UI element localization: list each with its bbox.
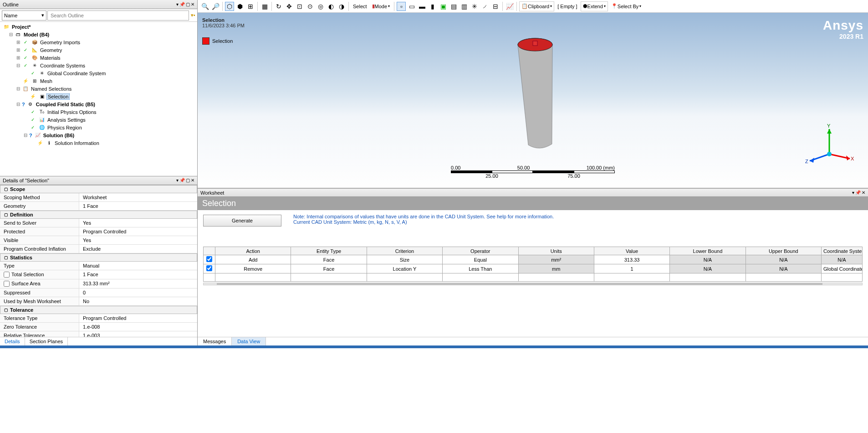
zoom-in-icon[interactable]: 🔍	[200, 2, 209, 11]
mode-dropdown[interactable]: ▮Mode▾	[370, 1, 392, 11]
shaded-icon[interactable]: ⬡	[225, 2, 234, 11]
tree-coord[interactable]: Coordinate Systems	[39, 63, 86, 68]
collapse-icon[interactable]: ⊟	[8, 32, 14, 37]
col-entity[interactable]: Entity Type	[291, 247, 367, 255]
window-icon[interactable]: ▢	[186, 2, 190, 7]
tree-sol-info[interactable]: Solution Information	[54, 140, 100, 146]
tree-solution[interactable]: Solution (B6)	[42, 133, 75, 138]
fit-icon[interactable]: ⊙	[306, 2, 315, 11]
dropdown-icon[interactable]: ▾	[176, 178, 179, 183]
expand-icon[interactable]: ⊞	[15, 55, 21, 60]
pin-icon[interactable]: 📌	[179, 2, 185, 7]
extend-dropdown[interactable]: ⬢Extend▾	[581, 1, 608, 11]
row-checkbox[interactable]	[206, 265, 212, 271]
sel-tree-icon[interactable]: ⊟	[491, 2, 500, 11]
pin-icon[interactable]: 📌	[179, 178, 185, 183]
collapse-icon[interactable]: ⊟	[23, 133, 28, 138]
suppressed-value[interactable]: 0	[79, 289, 197, 297]
prev-view-icon[interactable]: ◐	[327, 2, 336, 11]
tree-materials[interactable]: Materials	[39, 55, 61, 61]
collapse-icon[interactable]: ⊟	[15, 86, 21, 91]
col-lower[interactable]: Lower Bound	[670, 247, 745, 255]
zoom-out-icon[interactable]: 🔎	[211, 2, 220, 11]
col-coord[interactable]: Coordinate System	[822, 247, 863, 255]
section-definition[interactable]: Definition	[0, 211, 197, 219]
section-statistics[interactable]: Statistics	[0, 253, 197, 262]
col-upper[interactable]: Upper Bound	[745, 247, 821, 255]
pan-icon[interactable]: ✥	[285, 2, 294, 11]
pin-icon[interactable]: 📌	[855, 190, 861, 195]
select-button[interactable]: Select	[351, 1, 369, 11]
col-value[interactable]: Value	[594, 247, 669, 255]
sel-path-icon[interactable]: ⟋	[480, 2, 490, 11]
sel-coord-icon[interactable]: ✳	[470, 2, 479, 11]
close-icon[interactable]: ✕	[862, 190, 865, 195]
horizontal-scrollbar[interactable]	[203, 283, 863, 285]
tree-selection[interactable]: Selection	[46, 93, 70, 100]
dropdown-icon[interactable]: ▾	[852, 190, 854, 195]
tree-geom-imports[interactable]: Geometry Imports	[39, 40, 81, 45]
tree-analysis[interactable]: Analysis Settings	[46, 117, 87, 123]
tol-type-value[interactable]: Program Controlled	[79, 314, 197, 322]
tree-physics-region[interactable]: Physics Region	[46, 125, 83, 130]
clipboard-empty[interactable]: [ Empty ]	[556, 1, 579, 11]
col-action[interactable]: Action	[215, 247, 291, 255]
expand-icon[interactable]: ⊞	[15, 47, 21, 52]
sel-face-icon[interactable]: ▬	[418, 2, 427, 11]
surf-area-checkbox[interactable]	[4, 281, 10, 287]
sel-edge-icon[interactable]: ▭	[407, 2, 416, 11]
tree-mesh[interactable]: Mesh	[39, 78, 53, 84]
type-value[interactable]: Manual	[79, 262, 197, 270]
rel-tol-value[interactable]: 1.e-003	[79, 331, 197, 337]
tab-data-view[interactable]: Data View	[232, 337, 266, 345]
tab-details[interactable]: Details	[0, 337, 25, 345]
col-units[interactable]: Units	[518, 247, 594, 255]
model-cylinder[interactable]	[496, 26, 569, 154]
tree-coupled[interactable]: Coupled Field Static (B5)	[35, 102, 96, 107]
sel-elemface-icon[interactable]: ▥	[460, 2, 469, 11]
zoom-box-icon[interactable]: ⊡	[295, 2, 304, 11]
search-input[interactable]	[47, 10, 189, 21]
collapse-icon[interactable]: ⊟	[15, 102, 21, 107]
window-icon[interactable]: ▢	[186, 178, 190, 183]
graphics-viewport[interactable]: Selection 11/6/2023 3:46 PM Selection An…	[198, 13, 868, 186]
scoping-method-value[interactable]: Worksheet	[79, 193, 197, 201]
expand-icon[interactable]: ⊞	[15, 40, 21, 45]
col-criterion[interactable]: Criterion	[367, 247, 442, 255]
rotate-icon[interactable]: ↻	[274, 2, 283, 11]
sel-body-icon[interactable]: ▮	[428, 2, 437, 11]
surf-area-value[interactable]: 313.33 mm²	[79, 279, 197, 288]
next-view-icon[interactable]: ◑	[337, 2, 346, 11]
dropdown-icon[interactable]: ▾	[176, 2, 179, 7]
total-sel-value[interactable]: 1 Face	[79, 270, 197, 279]
sel-element-icon[interactable]: ▤	[449, 2, 458, 11]
tree-global-coord[interactable]: Global Coordinate System	[46, 71, 107, 76]
tree-geometry[interactable]: Geometry	[39, 47, 63, 53]
tree-initial-physics[interactable]: Initial Physics Options	[46, 109, 97, 115]
total-sel-checkbox[interactable]	[4, 272, 10, 278]
show-mesh-icon[interactable]: ⊞	[246, 2, 255, 11]
tree-project[interactable]: Project*	[11, 24, 32, 30]
section-tolerance[interactable]: Tolerance	[0, 306, 197, 314]
close-icon[interactable]: ✕	[191, 178, 194, 183]
chart-icon[interactable]: 📈	[505, 2, 514, 11]
wireframe-icon[interactable]: ⬢	[235, 2, 245, 11]
row-checkbox[interactable]	[206, 256, 212, 262]
tree-named-sel[interactable]: Named Selections	[30, 86, 72, 92]
used-mesh-value[interactable]: No	[79, 297, 197, 305]
look-at-icon[interactable]: ◎	[316, 2, 325, 11]
send-solver-value[interactable]: Yes	[79, 219, 197, 227]
random-icon[interactable]: ▦	[260, 2, 269, 11]
generate-button[interactable]: Generate	[203, 215, 281, 227]
sel-vertex-icon[interactable]: ▫	[397, 2, 406, 11]
pci-value[interactable]: Exclude	[79, 245, 197, 253]
protected-value[interactable]: Program Controlled	[79, 227, 197, 236]
filter-type-dropdown[interactable]: Name▾	[2, 10, 46, 21]
axis-triad[interactable]: X Y Z	[804, 122, 854, 172]
clipboard-dropdown[interactable]: 📋Clipboard▾	[519, 1, 554, 11]
filter-icon[interactable]: ▾▪	[191, 12, 195, 18]
visible-value[interactable]: Yes	[79, 236, 197, 244]
sel-node-icon[interactable]: ▣	[439, 2, 448, 11]
zero-tol-value[interactable]: 1.e-008	[79, 323, 197, 331]
collapse-icon[interactable]: ⊟	[15, 63, 21, 68]
